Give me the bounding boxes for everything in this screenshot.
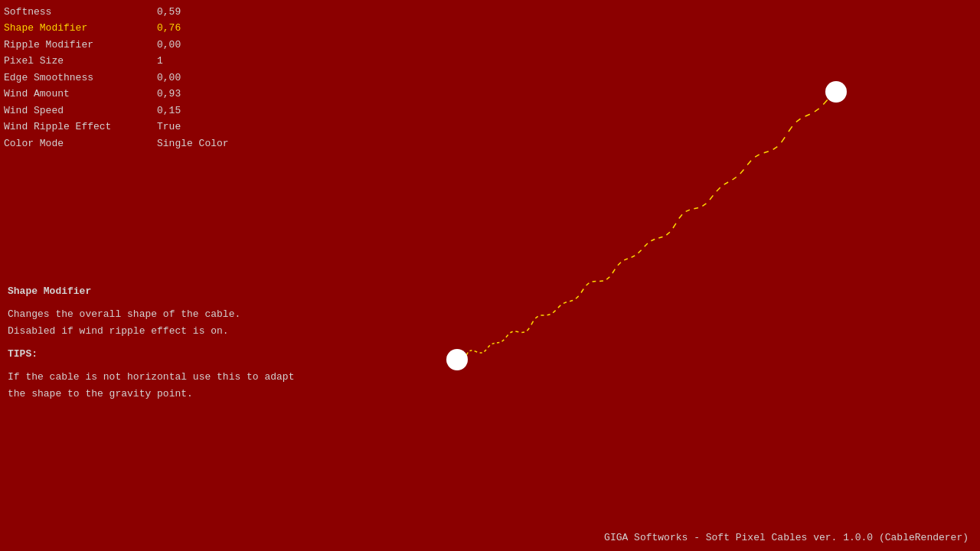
prop-row-3: Pixel Size1 (4, 53, 310, 69)
prop-row-0: Softness0,59 (4, 4, 310, 20)
svg-line-49 (747, 161, 751, 165)
prop-row-7: Wind Ripple EffectTrue (4, 119, 310, 135)
svg-line-40 (679, 214, 682, 218)
svg-line-34 (639, 250, 642, 253)
svg-line-48 (740, 169, 744, 174)
prop-label-5: Wind Amount (4, 86, 157, 102)
cable-endpoint-end[interactable] (825, 81, 847, 103)
svg-line-13 (515, 331, 518, 332)
svg-line-24 (576, 296, 579, 298)
svg-line-25 (581, 289, 583, 293)
prop-value-8: Single Color (157, 135, 229, 152)
svg-line-50 (755, 155, 760, 157)
prop-label-8: Color Mode (4, 135, 157, 152)
info-desc-line1: Changes the overall shape of the cable. … (8, 306, 322, 340)
tips-label: TIPS: (8, 346, 322, 363)
svg-line-31 (618, 262, 621, 266)
svg-line-53 (782, 137, 786, 142)
svg-line-39 (673, 223, 676, 228)
svg-line-10 (502, 340, 505, 341)
cable-endpoint-start[interactable] (446, 349, 468, 370)
svg-line-59 (831, 91, 836, 96)
svg-line-58 (823, 100, 827, 105)
svg-line-35 (645, 243, 648, 246)
svg-line-33 (632, 256, 635, 257)
svg-line-37 (658, 237, 662, 239)
svg-line-23 (570, 301, 573, 302)
prop-label-6: Wind Speed (4, 103, 157, 119)
svg-line-55 (796, 119, 801, 122)
svg-line-38 (666, 232, 670, 235)
main-container: Softness0,59Shape Modifier0,76Ripple Mod… (0, 0, 980, 551)
svg-line-45 (717, 187, 720, 191)
prop-label-4: Edge Smoothness (4, 70, 157, 86)
prop-row-5: Wind Amount0,93 (4, 86, 310, 102)
prop-label-7: Wind Ripple Effect (4, 119, 157, 135)
prop-row-2: Ripple Modifier0,00 (4, 37, 310, 53)
svg-line-21 (558, 305, 560, 308)
prop-value-5: 0,93 (157, 86, 181, 102)
prop-row-6: Wind Speed0,15 (4, 103, 310, 119)
prop-value-7: True (157, 119, 181, 135)
svg-line-22 (564, 302, 567, 304)
svg-line-17 (535, 316, 537, 318)
svg-line-11 (506, 335, 508, 337)
svg-line-57 (815, 109, 819, 112)
prop-label-3: Pixel Size (4, 53, 157, 69)
svg-line-16 (531, 321, 534, 325)
svg-line-52 (773, 147, 778, 150)
svg-line-32 (624, 259, 628, 260)
svg-line-15 (527, 328, 529, 331)
svg-line-54 (789, 126, 792, 132)
svg-line-19 (547, 315, 550, 315)
svg-line-27 (593, 281, 596, 282)
prop-value-6: 0,15 (157, 103, 181, 119)
properties-panel: Softness0,59Shape Modifier0,76Ripple Mod… (4, 4, 310, 152)
svg-line-4 (475, 351, 478, 352)
prop-label-0: Softness (4, 4, 157, 20)
prop-value-4: 0,00 (157, 70, 181, 86)
svg-line-3 (470, 350, 472, 351)
svg-line-2 (466, 353, 468, 355)
prop-value-1: 0,76 (157, 20, 181, 36)
svg-line-47 (733, 177, 737, 180)
info-panel: Shape Modifier Changes the overall shape… (8, 283, 322, 403)
prop-value-3: 1 (157, 53, 163, 69)
prop-label-1: Shape Modifier (4, 20, 157, 36)
prop-label-2: Ripple Modifier (4, 37, 157, 53)
prop-row-8: Color ModeSingle Color (4, 135, 310, 152)
footer-text: GIGA Softworks - Soft Pixel Cables ver. … (604, 532, 969, 543)
svg-line-51 (764, 152, 769, 153)
svg-line-41 (686, 210, 690, 211)
footer: GIGA Softworks - Soft Pixel Cables ver. … (604, 532, 969, 543)
tips-text: If the cable is not horizontal use this … (8, 369, 322, 403)
svg-line-56 (805, 114, 810, 116)
prop-value-2: 0,00 (157, 37, 181, 53)
svg-line-30 (612, 269, 615, 273)
svg-line-28 (599, 281, 603, 282)
prop-value-0: 0,59 (157, 4, 181, 20)
svg-line-29 (606, 277, 609, 279)
svg-line-44 (710, 195, 713, 200)
info-title: Shape Modifier (8, 283, 322, 300)
svg-line-12 (510, 331, 512, 333)
svg-line-36 (651, 240, 655, 241)
svg-line-1 (464, 358, 466, 360)
svg-line-6 (485, 350, 487, 352)
svg-line-8 (492, 344, 495, 344)
svg-line-26 (586, 283, 590, 285)
prop-row-1: Shape Modifier0,76 (4, 20, 310, 36)
svg-line-43 (702, 204, 706, 207)
svg-line-9 (497, 343, 499, 344)
svg-line-46 (724, 182, 728, 184)
svg-line-20 (553, 311, 555, 313)
svg-line-42 (694, 208, 698, 209)
svg-line-7 (488, 345, 490, 347)
prop-row-4: Edge Smoothness0,00 (4, 70, 310, 86)
